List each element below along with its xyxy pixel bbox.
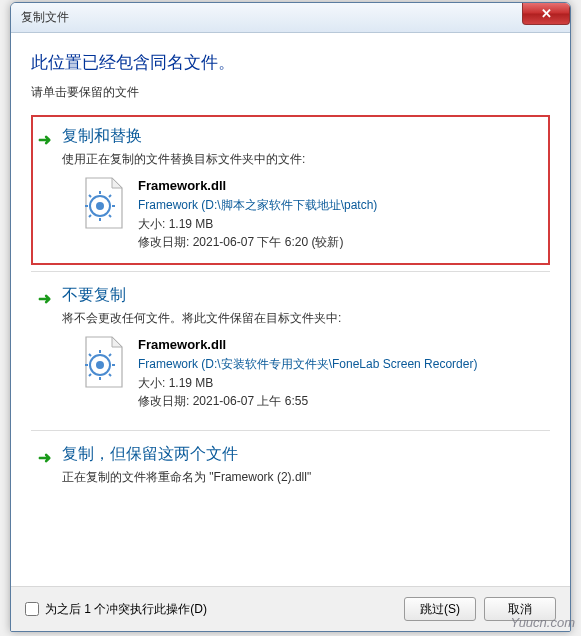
close-icon: ✕ (541, 6, 552, 21)
option-copy-replace[interactable]: ➜ 复制和替换 使用正在复制的文件替换目标文件夹中的文件: (31, 115, 550, 265)
svg-line-18 (109, 354, 111, 356)
file-gear-icon (80, 335, 128, 389)
page-subtitle: 请单击要保留的文件 (31, 84, 550, 101)
option-desc: 使用正在复制的文件替换目标文件夹中的文件: (62, 151, 541, 168)
option-dont-copy[interactable]: ➜ 不要复制 将不会更改任何文件。将此文件保留在目标文件夹中: (31, 274, 550, 424)
file-name: Framework.dll (138, 335, 541, 355)
option-keep-both[interactable]: ➜ 复制，但保留这两个文件 正在复制的文件将重命名为 "Framework (2… (31, 433, 550, 507)
titlebar: 复制文件 ✕ (11, 3, 570, 33)
apply-all-checkbox[interactable] (25, 602, 39, 616)
svg-line-8 (109, 195, 111, 197)
arrow-right-icon: ➜ (38, 130, 51, 149)
file-date: 修改日期: 2021-06-07 上午 6:55 (138, 392, 541, 411)
option-title: 复制和替换 (62, 126, 541, 147)
option-body: 复制和替换 使用正在复制的文件替换目标文件夹中的文件: (62, 126, 541, 252)
file-path: Framework (D:\脚本之家软件下载地址\patch) (138, 196, 541, 215)
arrow-right-icon: ➜ (38, 289, 51, 308)
svg-line-16 (89, 354, 91, 356)
file-size: 大小: 1.19 MB (138, 215, 541, 234)
option-body: 不要复制 将不会更改任何文件。将此文件保留在目标文件夹中: (62, 285, 541, 411)
window-title: 复制文件 (21, 9, 69, 26)
apply-all-checkbox-wrap[interactable]: 为之后 1 个冲突执行此操作(D) (25, 601, 207, 618)
dialog-content: 此位置已经包含同名文件。 请单击要保留的文件 ➜ 复制和替换 使用正在复制的文件… (11, 33, 570, 586)
file-gear-icon (80, 176, 128, 230)
skip-button[interactable]: 跳过(S) (404, 597, 476, 621)
svg-point-11 (96, 361, 104, 369)
separator (31, 430, 550, 431)
svg-line-7 (109, 215, 111, 217)
file-path: Framework (D:\安装软件专用文件夹\FoneLab Screen R… (138, 355, 541, 374)
svg-line-9 (89, 215, 91, 217)
checkbox-label: 为之后 1 个冲突执行此操作(D) (45, 601, 207, 618)
svg-line-19 (89, 374, 91, 376)
option-desc: 将不会更改任何文件。将此文件保留在目标文件夹中: (62, 310, 541, 327)
close-button[interactable]: ✕ (522, 3, 570, 25)
dialog-window: 复制文件 ✕ 此位置已经包含同名文件。 请单击要保留的文件 ➜ 复制和替换 使用… (10, 2, 571, 632)
file-size: 大小: 1.19 MB (138, 374, 541, 393)
svg-line-6 (89, 195, 91, 197)
option-title: 不要复制 (62, 285, 541, 306)
svg-line-17 (109, 374, 111, 376)
file-block: Framework.dll Framework (D:\安装软件专用文件夹\Fo… (80, 335, 541, 411)
file-name: Framework.dll (138, 176, 541, 196)
option-body: 复制，但保留这两个文件 正在复制的文件将重命名为 "Framework (2).… (62, 444, 541, 494)
cancel-button[interactable]: 取消 (484, 597, 556, 621)
arrow-right-icon: ➜ (38, 448, 51, 467)
file-details: Framework.dll Framework (D:\脚本之家软件下载地址\p… (138, 176, 541, 252)
dialog-footer: 为之后 1 个冲突执行此操作(D) 跳过(S) 取消 (11, 586, 570, 631)
page-title: 此位置已经包含同名文件。 (31, 51, 550, 74)
option-desc: 正在复制的文件将重命名为 "Framework (2).dll" (62, 469, 541, 486)
arrow-col: ➜ (38, 126, 62, 252)
file-block: Framework.dll Framework (D:\脚本之家软件下载地址\p… (80, 176, 541, 252)
arrow-col: ➜ (38, 444, 62, 494)
svg-point-1 (96, 202, 104, 210)
option-title: 复制，但保留这两个文件 (62, 444, 541, 465)
button-row: 跳过(S) 取消 (404, 597, 556, 621)
arrow-col: ➜ (38, 285, 62, 411)
separator (31, 271, 550, 272)
file-date: 修改日期: 2021-06-07 下午 6:20 (较新) (138, 233, 541, 252)
file-details: Framework.dll Framework (D:\安装软件专用文件夹\Fo… (138, 335, 541, 411)
